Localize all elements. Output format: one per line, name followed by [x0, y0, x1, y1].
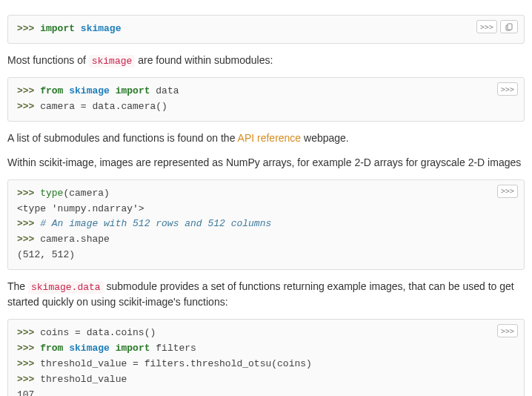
inline-code: skimage.data: [28, 281, 104, 294]
code-block-actions: >>>: [497, 324, 518, 337]
code-line: >>> type(camera): [17, 186, 515, 202]
clipboard-icon: [505, 22, 513, 31]
module-name: skimage: [69, 85, 110, 96]
paragraph: Most functions of skimage are found with…: [7, 53, 525, 69]
paragraph: A list of submodules and functions is fo…: [7, 131, 525, 146]
keyword-import: import: [116, 343, 150, 354]
prompt: >>>: [17, 234, 34, 245]
svg-rect-0: [508, 24, 512, 30]
api-reference-link[interactable]: API reference: [238, 132, 302, 144]
code-block-actions: >>>: [497, 82, 518, 96]
toggle-prompt-button[interactable]: >>>: [476, 20, 497, 33]
code-text: threshold_value = filters.threshold_otsu…: [40, 358, 312, 369]
code-block-actions: >>>: [497, 185, 518, 198]
code-text: coins = data.coins(): [40, 327, 156, 338]
code-line: >>> threshold_value = filters.threshold_…: [17, 357, 515, 372]
output-line: <type 'numpy.ndarray'>: [17, 202, 515, 217]
copy-button[interactable]: [500, 20, 518, 33]
code-line: >>> # An image with 512 rows and 512 col…: [17, 217, 515, 232]
keyword-import: import: [116, 85, 150, 96]
keyword-import: import: [40, 23, 75, 34]
inline-code: skimage: [89, 55, 136, 67]
toggle-prompt-button[interactable]: >>>: [497, 324, 518, 337]
module-name: skimage: [81, 23, 122, 34]
paragraph: The skimage.data submodule provides a se…: [7, 279, 525, 311]
text: Most functions of: [7, 54, 89, 66]
keyword-from: from: [40, 85, 63, 96]
prompt: >>>: [17, 85, 34, 96]
prompt: >>>: [17, 327, 34, 338]
code-block-1: >>> >>> import skimage: [7, 15, 525, 44]
code-line: >>> coins = data.coins(): [17, 326, 515, 341]
toggle-prompt-button[interactable]: >>>: [497, 82, 518, 96]
code-line: >>> threshold_value: [17, 372, 515, 388]
output-line: (512, 512): [17, 248, 515, 263]
import-name: filters: [156, 343, 196, 354]
code-block-actions: >>>: [476, 20, 518, 33]
code-line: >>> camera.shape: [17, 232, 515, 248]
prompt: >>>: [17, 358, 34, 369]
text: are found within submodules:: [135, 54, 273, 66]
builtin-type: type: [40, 188, 63, 199]
paragraph: Within scikit-image, images are represen…: [7, 155, 525, 171]
code-text: camera.shape: [40, 234, 110, 245]
keyword-from: from: [40, 343, 63, 354]
code-text: (camera): [63, 188, 109, 199]
prompt: >>>: [17, 343, 34, 354]
prompt: >>>: [17, 218, 34, 229]
text: The: [7, 280, 28, 292]
import-name: data: [156, 85, 179, 96]
code-line: >>> camera = data.camera(): [17, 99, 515, 115]
text: Within scikit-image, images are represen…: [7, 156, 521, 168]
prompt: >>>: [17, 188, 34, 199]
prompt: >>>: [17, 374, 34, 385]
prompt: >>>: [17, 23, 34, 34]
code-text: threshold_value: [40, 374, 127, 385]
prompt: >>>: [17, 101, 34, 112]
code-text: camera = data.camera(): [40, 101, 167, 112]
code-line: >>> import skimage: [17, 22, 515, 37]
output-line: 107: [17, 388, 515, 396]
text: webpage.: [301, 132, 349, 144]
code-block-4: >>> >>> coins = data.coins() >>> from sk…: [7, 319, 525, 396]
code-block-3: >>> >>> type(camera) <type 'numpy.ndarra…: [7, 179, 525, 270]
toggle-prompt-button[interactable]: >>>: [497, 185, 518, 198]
code-line: >>> from skimage import data: [17, 84, 515, 99]
module-name: skimage: [69, 343, 110, 354]
code-block-2: >>> >>> from skimage import data >>> cam…: [7, 77, 525, 122]
text: A list of submodules and functions is fo…: [7, 132, 238, 144]
code-line: >>> from skimage import filters: [17, 341, 515, 357]
comment: # An image with 512 rows and 512 columns: [40, 218, 271, 229]
